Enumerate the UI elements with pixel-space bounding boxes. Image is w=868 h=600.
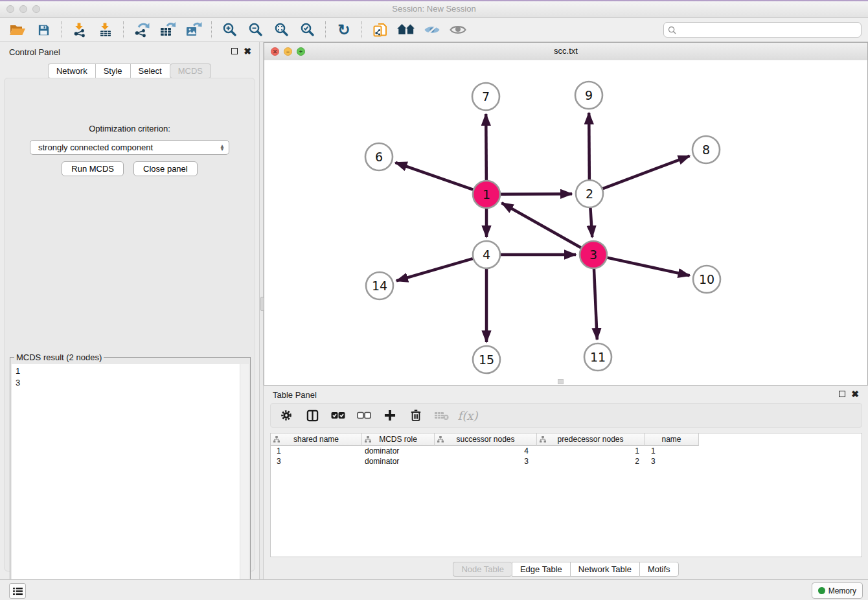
column-header-successor-nodes[interactable]: successor nodes (435, 433, 537, 446)
delete-columns-icon[interactable] (407, 406, 425, 424)
tab-select[interactable]: Select (130, 63, 170, 78)
graph-node-9[interactable]: 9 (575, 82, 602, 109)
tab-mcds[interactable]: MCDS (170, 63, 211, 78)
task-history-button[interactable] (9, 583, 26, 599)
create-column-icon[interactable] (381, 406, 399, 424)
search-input[interactable] (679, 25, 857, 35)
cell-name: 1 (645, 446, 699, 456)
select-all-columns-icon[interactable] (329, 406, 347, 424)
tab-network-table[interactable]: Network Table (570, 562, 639, 577)
export-table-icon[interactable] (157, 20, 179, 40)
table-tabs: Node Table Edge Table Network Table Moti… (264, 562, 868, 577)
table-row[interactable]: 3 dominator 3 2 3 (271, 456, 862, 467)
close-panel-button[interactable]: Close panel (133, 161, 198, 176)
table-panel-title: Table Panel (273, 390, 317, 400)
import-table-icon[interactable] (95, 20, 117, 40)
cell-shared-name: 1 (271, 446, 362, 456)
network-view-window: ✕ − + scc.txt 7968124314101511 (264, 42, 868, 386)
table-row[interactable]: 1 dominator 4 1 1 (271, 446, 862, 456)
float-table-panel-icon[interactable] (839, 391, 845, 397)
search-icon (668, 26, 676, 34)
toolbar-separator (361, 21, 363, 38)
tree-icon (273, 436, 280, 443)
graph-node-10[interactable]: 10 (693, 266, 720, 293)
float-panel-icon[interactable] (231, 48, 238, 54)
memory-label: Memory (828, 586, 856, 595)
close-panel-icon[interactable]: ✖ (244, 48, 251, 54)
tab-node-table[interactable]: Node Table (453, 562, 512, 577)
graph-node-14[interactable]: 14 (366, 272, 393, 299)
table-options-icon[interactable] (277, 406, 295, 424)
mcds-result-text[interactable]: 1 3 (12, 364, 249, 600)
refresh-view-icon[interactable]: ↻ (333, 20, 355, 40)
graph-node-label: 15 (479, 352, 494, 367)
graph-edge-3-1[interactable] (502, 203, 581, 248)
column-header-shared-name[interactable]: shared name (271, 433, 362, 446)
graph-node-2[interactable]: 2 (576, 180, 603, 207)
export-network-icon[interactable] (131, 20, 153, 40)
panel-splitter[interactable] (259, 42, 264, 581)
run-mcds-button[interactable]: Run MCDS (62, 161, 124, 176)
fit-content-icon[interactable] (271, 20, 293, 40)
show-column-panel-icon[interactable] (303, 406, 321, 424)
cell-successor-nodes: 4 (435, 446, 537, 456)
graph-node-4[interactable]: 4 (473, 241, 500, 268)
criterion-select[interactable]: strongly connected component ▲▼ (30, 140, 229, 155)
graph-edge-4-14[interactable] (396, 259, 473, 281)
graph-edge-2-9[interactable] (589, 113, 589, 179)
tab-style[interactable]: Style (95, 63, 130, 78)
cell-shared-name: 3 (271, 457, 362, 466)
save-session-icon[interactable] (32, 20, 54, 40)
import-network-icon[interactable] (69, 20, 91, 40)
delete-table-icon[interactable] (433, 406, 451, 424)
column-header-name[interactable]: name (645, 433, 699, 446)
table-toolbar: f(x) (270, 403, 862, 428)
cell-mcds-role: dominator (362, 457, 435, 466)
tab-network[interactable]: Network (48, 63, 95, 78)
hide-selected-icon[interactable] (421, 20, 443, 40)
graph-node-15[interactable]: 15 (473, 346, 500, 373)
unselect-all-columns-icon[interactable] (355, 406, 373, 424)
zoom-out-icon[interactable] (245, 20, 267, 40)
chevron-up-down-icon: ▲▼ (220, 144, 225, 151)
tab-edge-table[interactable]: Edge Table (512, 562, 570, 577)
toolbar-separator (123, 21, 124, 38)
network-window-titlebar: ✕ − + scc.txt (264, 43, 867, 61)
column-header-mcds-role[interactable]: MCDS role (362, 433, 435, 446)
graph-edge-2-8[interactable] (603, 156, 690, 189)
graph-node-label: 4 (483, 248, 490, 262)
graph-node-label: 2 (586, 187, 593, 201)
graph-node-7[interactable]: 7 (472, 83, 499, 110)
graph-node-label: 1 (483, 187, 490, 202)
network-canvas-svg[interactable]: 7968124314101511 (264, 60, 867, 385)
graph-edge-1-7[interactable] (486, 114, 486, 180)
main-toolbar: ↻ (0, 18, 868, 42)
graph-node-8[interactable]: 8 (692, 136, 720, 163)
clone-network-icon[interactable] (369, 20, 391, 40)
close-table-panel-icon[interactable]: ✖ (851, 391, 859, 397)
graph-edge-2-3[interactable] (590, 208, 592, 237)
show-all-icon[interactable] (447, 20, 469, 40)
apply-preferred-layout-icon[interactable] (395, 20, 417, 40)
tab-motifs[interactable]: Motifs (639, 562, 679, 577)
graph-edge-3-10[interactable] (607, 258, 689, 276)
zoom-in-icon[interactable] (219, 20, 241, 40)
graph-node-1[interactable]: 1 (473, 181, 500, 208)
control-panel-tabs: Network Style Select MCDS (0, 63, 259, 78)
graph-edge-3-11[interactable] (594, 269, 597, 340)
cell-predecessor-nodes: 2 (537, 457, 645, 466)
graph-node-11[interactable]: 11 (584, 343, 611, 371)
criterion-selected-value: strongly connected component (38, 143, 220, 152)
fit-selected-icon[interactable] (297, 20, 319, 40)
result-scrollbar[interactable] (240, 364, 249, 600)
export-image-icon[interactable] (183, 20, 205, 40)
search-field[interactable] (663, 22, 862, 38)
function-builder-icon[interactable]: f(x) (459, 406, 477, 424)
graph-edge-1-2[interactable] (501, 194, 572, 194)
column-header-predecessor-nodes[interactable]: predecessor nodes (537, 433, 645, 446)
open-session-icon[interactable] (6, 20, 29, 40)
graph-edge-1-6[interactable] (395, 163, 473, 190)
memory-button[interactable]: Memory (812, 583, 863, 599)
graph-node-3[interactable]: 3 (580, 241, 607, 268)
graph-node-6[interactable]: 6 (365, 143, 393, 170)
